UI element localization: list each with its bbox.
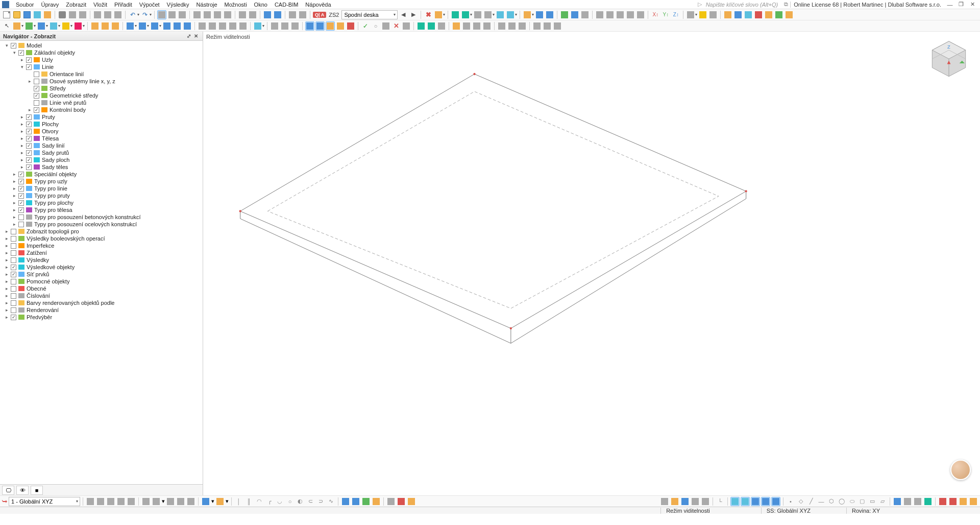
tree-checkbox[interactable]	[11, 243, 16, 249]
tree-twisty[interactable]: ▸	[19, 157, 25, 162]
mesh-button[interactable]	[560, 10, 569, 19]
dropdown-icon[interactable]: ▾	[470, 12, 472, 17]
navigator-tree[interactable]: ▾Model▾Základní objekty▸Uzly▾LinieOrient…	[0, 41, 203, 484]
loadcase-prev-button[interactable]: ◀	[399, 10, 408, 19]
menu-vysledky[interactable]: Výsledky	[163, 2, 193, 8]
node-tool-button[interactable]	[12, 21, 21, 31]
panel-toggle-2[interactable]	[167, 10, 177, 19]
tree-twisty[interactable]: ▸	[4, 265, 10, 270]
tree-checkbox[interactable]	[11, 265, 16, 270]
view-iso-button[interactable]	[192, 10, 202, 19]
dropdown-icon[interactable]: ▾	[443, 12, 445, 17]
tree-twisty[interactable]: ▸	[4, 229, 10, 234]
tree-item[interactable]: ▸Plochy	[2, 121, 203, 128]
tree-item[interactable]: ▸Renderování	[2, 306, 203, 314]
clipboard-button[interactable]	[723, 10, 732, 19]
tree-twisty[interactable]: ▸	[27, 79, 33, 84]
hinge-tool-2[interactable]	[483, 10, 493, 19]
tree-item[interactable]: ▸Sady ploch	[2, 156, 203, 163]
check-2-button[interactable]: ○	[371, 21, 380, 31]
tree-item[interactable]: ▸Sady těles	[2, 163, 203, 171]
tree-item[interactable]: ▾Model	[2, 42, 203, 49]
partial-view-5[interactable]	[346, 21, 355, 31]
tree-twisty[interactable]: ▸	[19, 150, 25, 155]
tree-twisty[interactable]: ▸	[4, 272, 10, 277]
tree-checkbox[interactable]	[11, 307, 16, 313]
line-tool-button[interactable]	[24, 21, 34, 31]
move-tool-2[interactable]	[138, 21, 147, 31]
dropdown-icon[interactable]: ▾	[34, 23, 36, 28]
tree-item[interactable]: Orientace linií	[2, 70, 203, 78]
tree-item[interactable]: ▸Typy pro pruty	[2, 192, 203, 199]
surface-tool-button[interactable]	[49, 21, 58, 31]
tree-twisty[interactable]: ▸	[19, 114, 25, 120]
tree-twisty[interactable]: ▸	[19, 129, 25, 134]
render-shade-button[interactable]	[761, 497, 770, 506]
snap-nearest-button[interactable]	[152, 497, 161, 506]
tree-checkbox[interactable]	[34, 86, 39, 91]
snap-midpoint-button[interactable]	[96, 497, 105, 506]
dimension-button[interactable]	[686, 10, 695, 19]
style-5-button[interactable]: ⬡	[827, 497, 836, 506]
tree-checkbox[interactable]	[26, 64, 32, 70]
partial-view-1[interactable]	[305, 21, 314, 31]
dropdown-icon[interactable]: ▾	[262, 23, 264, 28]
tree-twisty[interactable]: ▸	[12, 172, 17, 177]
undo-button[interactable]: ↶	[128, 10, 137, 19]
dropdown-icon[interactable]: ▾	[21, 23, 23, 28]
filter-3-button[interactable]	[636, 10, 645, 19]
move-tool-6[interactable]	[183, 21, 192, 31]
tree-item[interactable]: ▸Číslování	[2, 292, 203, 299]
dropdown-icon[interactable]: ▾	[159, 23, 161, 28]
tree-item[interactable]: ▸Typy pro plochy	[2, 199, 203, 206]
block-manager-button[interactable]	[33, 10, 42, 19]
tree-item[interactable]: ▸Předvýběr	[2, 314, 203, 321]
draw-arc-2-button[interactable]: ╭	[265, 497, 274, 506]
tree-item[interactable]: ▸Kontrolní body	[2, 106, 203, 113]
background-button[interactable]	[670, 497, 679, 506]
style-2-button[interactable]: ◇	[796, 497, 805, 506]
tree-checkbox[interactable]	[18, 200, 24, 206]
draw-arc-8-button[interactable]: ∿	[326, 497, 335, 506]
extend-tool-5[interactable]	[238, 21, 248, 31]
tree-item[interactable]: ▸Imperfekce	[2, 242, 203, 249]
close-button[interactable]: ✕	[967, 1, 978, 8]
style-1-button[interactable]: •	[786, 497, 795, 506]
tree-item[interactable]: ▸Výsledky booleovských operací	[2, 235, 203, 242]
display-hinge-2-button[interactable]	[437, 21, 446, 31]
tree-twisty[interactable]: ▾	[4, 43, 10, 48]
axis-corner-button[interactable]: └	[716, 497, 725, 506]
select-plane-button[interactable]	[280, 21, 289, 31]
minimize-button[interactable]: —	[944, 2, 955, 8]
tree-checkbox[interactable]	[11, 272, 16, 277]
tree-item[interactable]: ▸Výsledkové objekty	[2, 264, 203, 271]
axis-x-button[interactable]: X↕	[651, 10, 660, 19]
coord-system-combo[interactable]: 1 - Globální XYZ	[9, 497, 80, 506]
member-tool-button[interactable]	[37, 21, 46, 31]
tree-checkbox[interactable]	[18, 186, 24, 192]
menu-nastroje[interactable]: Nástroje	[193, 2, 221, 8]
prev-view-button[interactable]	[288, 10, 297, 19]
dropdown-icon[interactable]: ▾	[150, 12, 152, 17]
tree-checkbox[interactable]	[26, 129, 32, 134]
keyword-search-hint[interactable]: Napište klíčové slovo (Alt+Q)	[702, 2, 782, 8]
dropdown-icon[interactable]: ▾	[162, 498, 165, 505]
guide-2-button[interactable]	[215, 497, 225, 506]
tree-checkbox[interactable]	[18, 179, 24, 184]
style-8-button[interactable]: ▢	[857, 497, 867, 506]
comment-button[interactable]	[698, 10, 707, 19]
release-tool-2[interactable]	[506, 10, 515, 19]
dropdown-icon[interactable]: ▾	[226, 498, 229, 505]
dropdown-icon[interactable]: ▾	[695, 12, 697, 17]
export-5-button[interactable]	[774, 10, 783, 19]
tree-checkbox[interactable]	[34, 71, 39, 77]
zoom-button[interactable]	[248, 10, 257, 19]
tree-checkbox[interactable]	[11, 293, 16, 299]
document-list-button[interactable]	[103, 10, 112, 19]
render-wire-button[interactable]	[730, 497, 740, 506]
draw-arc-5-button[interactable]: ◐	[296, 497, 305, 506]
tree-twisty[interactable]: ▾	[12, 50, 17, 55]
tree-checkbox[interactable]	[11, 250, 16, 256]
navigator-close-button[interactable]: ✕	[192, 33, 200, 39]
tree-checkbox[interactable]	[11, 43, 16, 49]
